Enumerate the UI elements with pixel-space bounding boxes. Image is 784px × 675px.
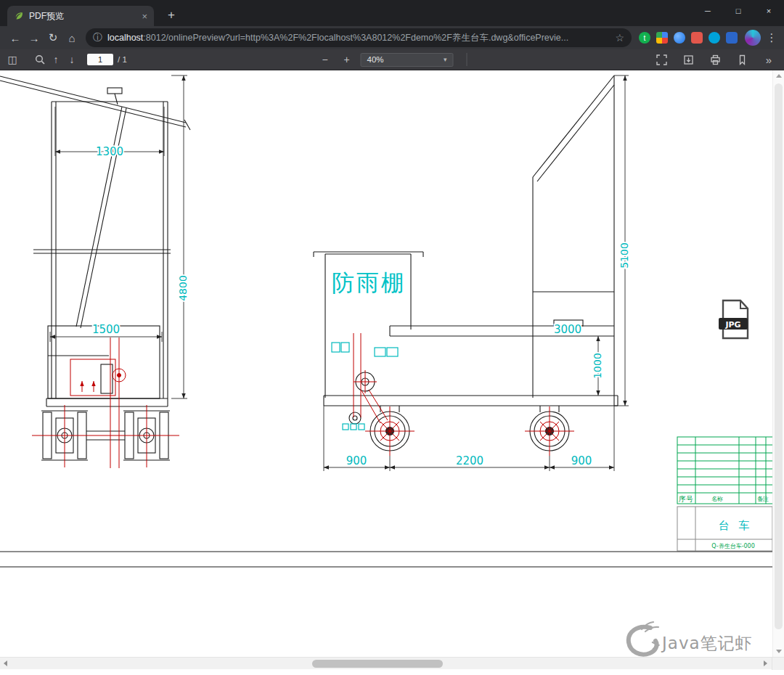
fullscreen-icon[interactable] (653, 52, 669, 68)
tab-close-icon[interactable]: × (142, 11, 147, 22)
scrollbar-corner (772, 658, 784, 670)
dim-900-left: 900 (346, 454, 367, 467)
title-block-part-name: 台 车 (719, 519, 753, 532)
zoom-out-button[interactable]: − (317, 52, 333, 68)
pdf-viewport: 1300 1500 4800 (0, 70, 784, 657)
toolbar-right-buttons: » (653, 52, 780, 68)
title-block-row-label: 序号 (679, 495, 693, 503)
zoom-value: 40% (367, 55, 384, 64)
dim-2200: 2200 (456, 454, 483, 467)
shelter-label: 防雨棚 (332, 269, 406, 295)
window-controls: ─ □ × (693, 0, 784, 22)
page-info-icon[interactable]: ⓘ (93, 31, 102, 44)
browser-window: PDF预览 × + ─ □ × ← → ↻ ⌂ ⓘ localhost:8012… (0, 0, 784, 675)
home-button[interactable]: ⌂ (62, 28, 81, 47)
title-block-doc-code: Q-养生台车-000 (711, 543, 755, 549)
download-icon[interactable] (680, 52, 696, 68)
scroll-down-icon[interactable] (773, 645, 784, 657)
blue-square-extension-icon[interactable] (726, 32, 738, 44)
translate-extension-icon[interactable]: t (639, 32, 650, 44)
page-total-label: / 1 (118, 55, 127, 64)
dim-4800: 4800 (177, 275, 189, 301)
profile-avatar[interactable] (745, 30, 761, 46)
title-block-col-name: 名称 (711, 496, 723, 502)
forward-button[interactable]: → (25, 28, 44, 47)
tab-title: PDF预览 (29, 10, 136, 22)
url-text: localhost:8012/onlinePreview?url=http%3A… (107, 32, 611, 44)
jpg-badge-label: JPG (724, 320, 740, 330)
shrimp-logo-icon (629, 622, 658, 655)
zoom-select[interactable]: 40% ▾ (361, 53, 454, 67)
page-down-icon[interactable]: ↓ (64, 52, 80, 68)
url-path: :8012/onlinePreview?url=http%3A%2F%2Floc… (143, 33, 568, 43)
url-host: localhost (107, 33, 143, 43)
page-up-icon[interactable]: ↑ (48, 52, 64, 68)
horizontal-scrollbar[interactable] (0, 657, 784, 669)
vertical-scroll-thumb[interactable] (775, 83, 783, 629)
chevron-down-icon: ▾ (444, 56, 447, 63)
url-bar[interactable]: ⓘ localhost:8012/onlinePreview?url=http%… (86, 28, 632, 47)
search-icon[interactable] (32, 52, 48, 68)
back-button[interactable]: ← (6, 28, 25, 47)
scroll-up-icon[interactable] (773, 70, 784, 82)
browser-titlebar: PDF预览 × + ─ □ × (0, 0, 784, 26)
dim-1000: 1000 (592, 353, 603, 379)
zoom-in-button[interactable]: + (339, 52, 355, 68)
watermark: Java笔记虾 (629, 622, 753, 655)
print-icon[interactable] (707, 52, 723, 68)
jpg-file-icon: JPG (719, 300, 748, 338)
dim-3000: 3000 (554, 323, 581, 336)
bookmark-star-icon[interactable]: ☆ (615, 32, 624, 44)
minimize-button[interactable]: ─ (693, 0, 723, 22)
more-tools-icon[interactable]: » (761, 52, 777, 68)
grid-extension-icon[interactable] (656, 32, 668, 44)
zoom-controls: − + 40% ▾ (317, 52, 467, 68)
left-view (0, 76, 190, 460)
sheet-border (0, 552, 772, 567)
maximize-button[interactable]: □ (723, 0, 754, 22)
address-bar: ← → ↻ ⌂ ⓘ localhost:8012/onlinePreview?u… (0, 26, 784, 49)
side-view (314, 75, 618, 451)
dim-1300: 1300 (96, 145, 123, 158)
scroll-right-icon[interactable] (759, 658, 772, 670)
dim-5100: 5100 (618, 242, 630, 269)
horizontal-scroll-thumb[interactable] (312, 660, 443, 668)
toolbar-divider (467, 53, 467, 66)
close-button[interactable]: × (754, 0, 784, 22)
watermark-text: Java笔记虾 (661, 634, 753, 652)
red-extension-icon[interactable] (691, 32, 703, 44)
title-block: 序号 名称 备注 台 车 Q-养生台车-000 (677, 437, 772, 551)
vertical-scrollbar[interactable] (772, 70, 784, 657)
sidebar-toggle-icon[interactable]: ◫ (4, 52, 20, 68)
pdf-toolbar: ◫ ↑ ↓ / 1 − + 40% ▾ (0, 49, 784, 70)
cad-drawing: 1300 1500 4800 (0, 70, 772, 657)
blue-circle-extension-icon[interactable] (674, 32, 685, 44)
window-bottom-strip (0, 669, 784, 675)
dim-900-right: 900 (571, 454, 592, 467)
page-number-input[interactable] (87, 54, 113, 65)
browser-menu-icon[interactable]: ⋮ (765, 31, 778, 44)
left-view-centerlines (32, 338, 179, 468)
reload-button[interactable]: ↻ (44, 28, 62, 47)
new-tab-button[interactable]: + (163, 8, 180, 22)
browser-tab[interactable]: PDF预览 × (7, 6, 154, 26)
bookmark-icon[interactable] (734, 52, 750, 68)
extensions-area: t (639, 32, 738, 44)
teal-extension-icon[interactable] (709, 32, 720, 44)
scroll-left-icon[interactable] (0, 658, 12, 670)
dim-1500: 1500 (92, 323, 120, 336)
leaf-favicon-icon (14, 11, 24, 21)
title-block-col-note: 备注 (757, 496, 769, 502)
